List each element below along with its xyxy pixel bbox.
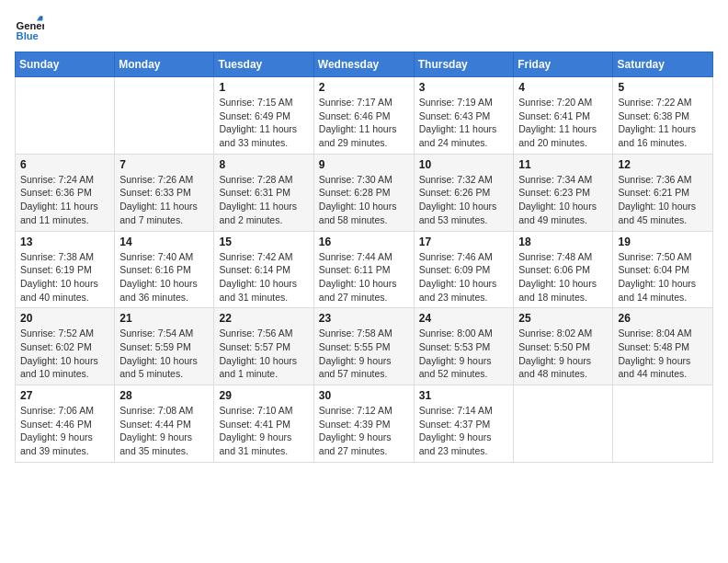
day-detail: Sunrise: 7:34 AMSunset: 6:23 PMDaylight:… — [518, 173, 608, 227]
calendar-cell: 5Sunrise: 7:22 AMSunset: 6:38 PMDaylight… — [613, 77, 713, 155]
day-detail: Sunrise: 7:56 AMSunset: 5:57 PMDaylight:… — [219, 327, 308, 381]
day-number: 29 — [219, 389, 308, 402]
day-detail: Sunrise: 7:54 AMSunset: 5:59 PMDaylight:… — [119, 327, 209, 381]
day-number: 11 — [518, 158, 608, 171]
calendar-cell: 23Sunrise: 7:58 AMSunset: 5:55 PMDayligh… — [313, 308, 414, 385]
day-number: 13 — [20, 236, 109, 248]
day-number: 7 — [119, 158, 209, 171]
header-day: Sunday — [16, 52, 115, 77]
day-detail: Sunrise: 7:24 AMSunset: 6:36 PMDaylight:… — [20, 173, 109, 227]
logo: General Blue — [15, 15, 39, 44]
day-number: 27 — [20, 389, 109, 402]
calendar-cell: 26Sunrise: 8:04 AMSunset: 5:48 PMDayligh… — [613, 308, 713, 385]
day-number: 6 — [20, 158, 109, 171]
day-detail: Sunrise: 7:32 AMSunset: 6:26 PMDaylight:… — [419, 173, 509, 227]
day-detail: Sunrise: 7:22 AMSunset: 6:38 PMDaylight:… — [618, 96, 708, 150]
header-day: Saturday — [613, 52, 713, 77]
day-detail: Sunrise: 7:36 AMSunset: 6:21 PMDaylight:… — [618, 173, 708, 227]
calendar-cell: 12Sunrise: 7:36 AMSunset: 6:21 PMDayligh… — [613, 154, 713, 231]
calendar-cell: 6Sunrise: 7:24 AMSunset: 6:36 PMDaylight… — [16, 154, 115, 231]
day-detail: Sunrise: 7:15 AMSunset: 6:49 PMDaylight:… — [219, 96, 308, 150]
calendar-cell — [514, 385, 613, 463]
day-detail: Sunrise: 7:10 AMSunset: 4:41 PMDaylight:… — [219, 404, 308, 458]
day-detail: Sunrise: 7:26 AMSunset: 6:33 PMDaylight:… — [119, 173, 209, 227]
day-detail: Sunrise: 7:19 AMSunset: 6:43 PMDaylight:… — [419, 96, 509, 150]
calendar-cell: 18Sunrise: 7:48 AMSunset: 6:06 PMDayligh… — [514, 231, 613, 308]
calendar-cell: 13Sunrise: 7:38 AMSunset: 6:19 PMDayligh… — [16, 231, 115, 308]
day-detail: Sunrise: 7:44 AMSunset: 6:11 PMDaylight:… — [319, 250, 409, 304]
svg-text:Blue: Blue — [17, 30, 39, 41]
day-number: 22 — [219, 312, 308, 325]
day-number: 15 — [219, 236, 308, 248]
day-number: 26 — [618, 312, 708, 325]
calendar-body: 1Sunrise: 7:15 AMSunset: 6:49 PMDaylight… — [16, 77, 713, 463]
logo-icon: General Blue — [15, 15, 44, 44]
header-row: SundayMondayTuesdayWednesdayThursdayFrid… — [16, 52, 713, 77]
day-detail: Sunrise: 7:30 AMSunset: 6:28 PMDaylight:… — [319, 173, 409, 227]
day-detail: Sunrise: 8:00 AMSunset: 5:53 PMDaylight:… — [419, 327, 509, 381]
calendar-week-row: 6Sunrise: 7:24 AMSunset: 6:36 PMDaylight… — [16, 154, 713, 231]
calendar-cell: 14Sunrise: 7:40 AMSunset: 6:16 PMDayligh… — [115, 231, 214, 308]
header-day: Friday — [514, 52, 613, 77]
calendar-cell: 1Sunrise: 7:15 AMSunset: 6:49 PMDaylight… — [214, 77, 313, 155]
calendar-cell: 9Sunrise: 7:30 AMSunset: 6:28 PMDaylight… — [313, 154, 414, 231]
day-detail: Sunrise: 7:40 AMSunset: 6:16 PMDaylight:… — [119, 250, 209, 304]
svg-text:General: General — [17, 20, 44, 31]
calendar-cell: 2Sunrise: 7:17 AMSunset: 6:46 PMDaylight… — [313, 77, 414, 155]
calendar-cell: 8Sunrise: 7:28 AMSunset: 6:31 PMDaylight… — [214, 154, 313, 231]
calendar-cell: 10Sunrise: 7:32 AMSunset: 6:26 PMDayligh… — [414, 154, 514, 231]
calendar-cell: 7Sunrise: 7:26 AMSunset: 6:33 PMDaylight… — [115, 154, 214, 231]
day-number: 18 — [518, 236, 608, 248]
day-detail: Sunrise: 7:58 AMSunset: 5:55 PMDaylight:… — [319, 327, 409, 381]
day-number: 3 — [419, 81, 509, 94]
page-header: General Blue — [15, 15, 713, 44]
calendar-cell: 4Sunrise: 7:20 AMSunset: 6:41 PMDaylight… — [514, 77, 613, 155]
calendar-week-row: 13Sunrise: 7:38 AMSunset: 6:19 PMDayligh… — [16, 231, 713, 308]
day-detail: Sunrise: 7:46 AMSunset: 6:09 PMDaylight:… — [419, 250, 509, 304]
day-number: 30 — [319, 389, 409, 402]
day-number: 31 — [419, 389, 509, 402]
calendar-cell — [16, 77, 115, 155]
calendar-cell: 20Sunrise: 7:52 AMSunset: 6:02 PMDayligh… — [16, 308, 115, 385]
calendar-cell — [613, 385, 713, 463]
calendar-cell: 27Sunrise: 7:06 AMSunset: 4:46 PMDayligh… — [16, 385, 115, 463]
calendar-cell: 17Sunrise: 7:46 AMSunset: 6:09 PMDayligh… — [414, 231, 514, 308]
calendar-cell — [115, 77, 214, 155]
calendar-week-row: 1Sunrise: 7:15 AMSunset: 6:49 PMDaylight… — [16, 77, 713, 155]
day-number: 4 — [518, 81, 608, 94]
calendar-cell: 11Sunrise: 7:34 AMSunset: 6:23 PMDayligh… — [514, 154, 613, 231]
day-number: 28 — [119, 389, 209, 402]
day-number: 24 — [419, 312, 509, 325]
day-detail: Sunrise: 7:28 AMSunset: 6:31 PMDaylight:… — [219, 173, 308, 227]
calendar-cell: 25Sunrise: 8:02 AMSunset: 5:50 PMDayligh… — [514, 308, 613, 385]
day-detail: Sunrise: 7:08 AMSunset: 4:44 PMDaylight:… — [119, 404, 209, 458]
day-number: 19 — [618, 236, 708, 248]
day-detail: Sunrise: 7:12 AMSunset: 4:39 PMDaylight:… — [319, 404, 409, 458]
calendar-cell: 19Sunrise: 7:50 AMSunset: 6:04 PMDayligh… — [613, 231, 713, 308]
header-day: Wednesday — [313, 52, 414, 77]
day-number: 16 — [319, 236, 409, 248]
calendar-week-row: 20Sunrise: 7:52 AMSunset: 6:02 PMDayligh… — [16, 308, 713, 385]
calendar-cell: 30Sunrise: 7:12 AMSunset: 4:39 PMDayligh… — [313, 385, 414, 463]
calendar-cell: 24Sunrise: 8:00 AMSunset: 5:53 PMDayligh… — [414, 308, 514, 385]
day-number: 5 — [618, 81, 708, 94]
day-detail: Sunrise: 7:38 AMSunset: 6:19 PMDaylight:… — [20, 250, 109, 304]
day-detail: Sunrise: 7:50 AMSunset: 6:04 PMDaylight:… — [618, 250, 708, 304]
calendar-header: SundayMondayTuesdayWednesdayThursdayFrid… — [16, 52, 713, 77]
day-number: 20 — [20, 312, 109, 325]
day-number: 17 — [419, 236, 509, 248]
day-number: 21 — [119, 312, 209, 325]
day-detail: Sunrise: 8:04 AMSunset: 5:48 PMDaylight:… — [618, 327, 708, 381]
calendar-cell: 31Sunrise: 7:14 AMSunset: 4:37 PMDayligh… — [414, 385, 514, 463]
day-number: 10 — [419, 158, 509, 171]
day-number: 25 — [518, 312, 608, 325]
calendar-cell: 3Sunrise: 7:19 AMSunset: 6:43 PMDaylight… — [414, 77, 514, 155]
calendar-cell: 22Sunrise: 7:56 AMSunset: 5:57 PMDayligh… — [214, 308, 313, 385]
header-day: Tuesday — [214, 52, 313, 77]
calendar-cell: 28Sunrise: 7:08 AMSunset: 4:44 PMDayligh… — [115, 385, 214, 463]
day-number: 14 — [119, 236, 209, 248]
day-detail: Sunrise: 7:14 AMSunset: 4:37 PMDaylight:… — [419, 404, 509, 458]
calendar-cell: 29Sunrise: 7:10 AMSunset: 4:41 PMDayligh… — [214, 385, 313, 463]
calendar-cell: 21Sunrise: 7:54 AMSunset: 5:59 PMDayligh… — [115, 308, 214, 385]
day-number: 12 — [618, 158, 708, 171]
